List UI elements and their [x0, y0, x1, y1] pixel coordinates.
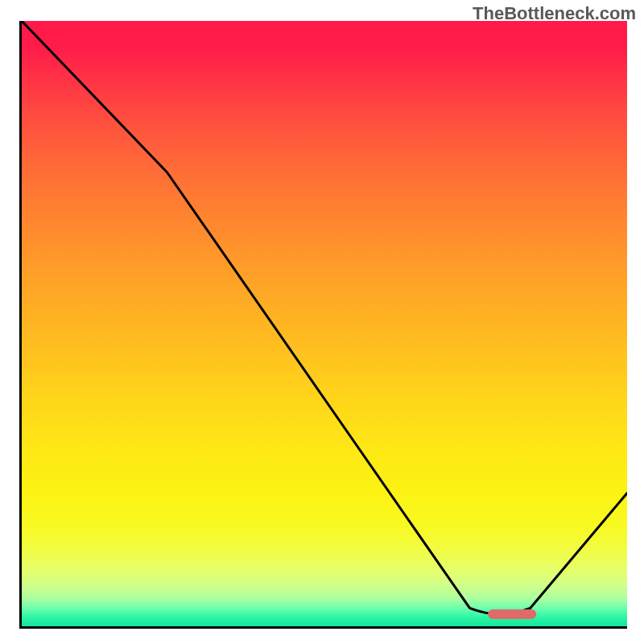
chart-svg	[22, 21, 627, 626]
plot-area	[19, 21, 627, 629]
performance-curve	[22, 21, 627, 614]
optimal-marker	[488, 609, 536, 619]
chart-container: TheBottleneck.com	[0, 0, 644, 644]
watermark-text: TheBottleneck.com	[473, 3, 636, 24]
